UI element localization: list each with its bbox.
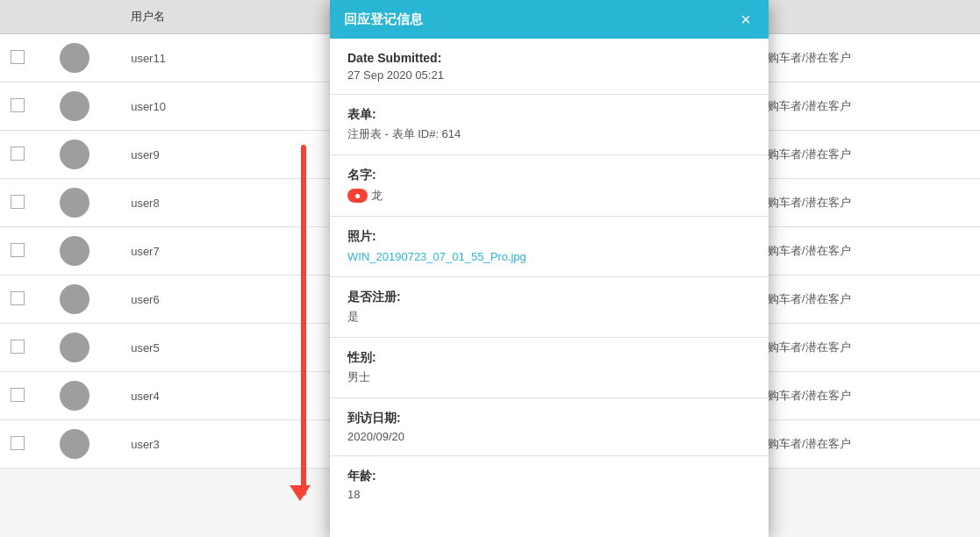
row-checkbox[interactable]: [0, 324, 49, 372]
modal-section: 名字: ●龙: [330, 155, 769, 217]
section-value: 2020/09/20: [347, 430, 751, 443]
section-label: 名字:: [347, 168, 751, 183]
section-value: 27 Sep 2020 05:21: [347, 68, 751, 82]
row-avatar: [49, 82, 120, 131]
section-label: 表单:: [347, 107, 751, 123]
row-username: user10: [120, 82, 341, 131]
section-label: 性别:: [347, 350, 751, 366]
row-checkbox[interactable]: [0, 372, 49, 420]
modal-section: Date Submitted: 27 Sep 2020 05:21: [330, 39, 769, 95]
section-link[interactable]: WIN_20190723_07_01_55_Pro.jpg: [347, 250, 526, 263]
modal-close-button[interactable]: ×: [737, 11, 755, 28]
row-username: user5: [120, 324, 341, 372]
modal-section: 性别: 男士: [330, 338, 769, 398]
row-avatar: [49, 227, 120, 276]
section-value: 龙: [371, 189, 383, 202]
modal-header: 回应登记信息 ×: [330, 0, 769, 39]
section-label: Date Submitted:: [347, 51, 751, 65]
modal-dialog: 回应登记信息 × Date Submitted: 27 Sep 2020 05:…: [330, 0, 769, 537]
section-label: 照片:: [347, 229, 751, 245]
row-avatar: [49, 276, 120, 324]
section-value: 18: [347, 488, 751, 501]
row-role: 有意购车者/潜在客户: [734, 34, 980, 82]
row-avatar: [49, 420, 120, 469]
row-avatar: [49, 179, 120, 227]
modal-body[interactable]: Date Submitted: 27 Sep 2020 05:21 表单: 注册…: [330, 39, 769, 537]
section-label: 到访日期:: [347, 411, 751, 426]
row-username: user4: [120, 372, 341, 420]
row-checkbox[interactable]: [0, 276, 49, 324]
row-checkbox[interactable]: [0, 131, 49, 179]
row-role: 有意购车者/潜在客户: [734, 276, 980, 324]
row-username: user8: [120, 179, 341, 227]
section-value: 男士: [347, 369, 751, 385]
modal-section: 照片: WIN_20190723_07_01_55_Pro.jpg: [330, 217, 769, 277]
section-label: 年龄:: [347, 469, 751, 484]
row-checkbox[interactable]: [0, 227, 49, 276]
row-role: 有意购车者/潜在客户: [734, 324, 980, 372]
row-checkbox[interactable]: [0, 179, 49, 227]
name-badge: ●: [347, 189, 368, 203]
row-checkbox[interactable]: [0, 420, 49, 469]
col-header-username: 用户名: [120, 0, 341, 34]
row-checkbox[interactable]: [0, 34, 49, 82]
row-username: user3: [120, 420, 341, 469]
col-header-role: 角色: [734, 0, 980, 34]
row-avatar: [49, 131, 120, 179]
modal-section: 表单: 注册表 - 表单 ID#: 614: [330, 95, 769, 155]
annotation-arrow: [290, 485, 311, 501]
row-username: user7: [120, 227, 341, 276]
row-username: user11: [120, 34, 341, 82]
row-avatar: [49, 324, 120, 372]
row-role: 有意购车者/潜在客户: [734, 179, 980, 227]
row-role: 有意购车者/潜在客户: [734, 131, 980, 179]
annotation-bar: [301, 145, 306, 496]
row-username: user9: [120, 131, 341, 179]
row-username: user6: [120, 276, 341, 324]
row-role: 有意购车者/潜在客户: [734, 227, 980, 276]
modal-section: 年龄: 18: [330, 456, 769, 513]
row-checkbox[interactable]: [0, 82, 49, 131]
section-label: 是否注册:: [347, 290, 751, 305]
row-role: 有意购车者/潜在客户: [734, 420, 980, 469]
row-role: 有意购车者/潜在客户: [734, 82, 980, 131]
section-value: 是: [347, 309, 751, 325]
section-value: 注册表 - 表单 ID#: 614: [347, 126, 751, 142]
row-avatar: [49, 34, 120, 82]
col-header-check: [0, 0, 49, 34]
col-header-avatar: [49, 0, 120, 34]
modal-section: 是否注册: 是: [330, 277, 769, 338]
modal-section: 到访日期: 2020/09/20: [330, 398, 769, 456]
row-role: 有意购车者/潜在客户: [734, 372, 980, 420]
row-avatar: [49, 372, 120, 420]
modal-title: 回应登记信息: [344, 11, 423, 28]
